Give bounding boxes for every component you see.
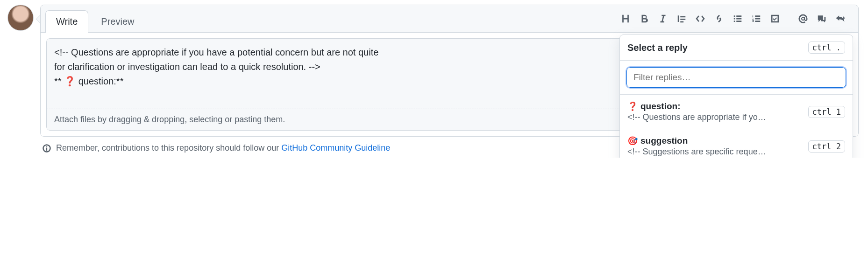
code-icon	[695, 14, 705, 24]
reply-icon	[835, 14, 846, 24]
question-mark-icon: ❓	[627, 101, 638, 111]
mention-button[interactable]	[795, 10, 811, 27]
link-icon	[714, 14, 724, 24]
avatar[interactable]	[7, 5, 34, 31]
target-icon: 🎯	[627, 136, 638, 146]
reply-shortcut: ctrl 2	[808, 140, 845, 153]
filter-replies-input[interactable]	[626, 67, 846, 88]
link-button[interactable]	[711, 10, 727, 27]
tab-bar: Write Preview	[41, 5, 858, 33]
tab-preview[interactable]: Preview	[90, 10, 145, 33]
reply-item-question[interactable]: ❓ question: <!-- Questions are appropria…	[620, 95, 853, 129]
saved-replies-popover: Select a reply ctrl . ❓ question: <!-- Q…	[619, 35, 853, 158]
popover-shortcut: ctrl .	[808, 42, 845, 54]
task-list-button[interactable]	[767, 10, 783, 27]
saved-replies-button[interactable]	[832, 10, 849, 27]
popover-title: Select a reply	[627, 42, 688, 53]
cross-reference-icon	[817, 14, 827, 24]
italic-icon	[658, 14, 668, 24]
reference-button[interactable]	[813, 10, 830, 27]
tasklist-icon	[770, 14, 780, 24]
list-ol-icon	[751, 14, 761, 24]
unordered-list-button[interactable]	[729, 10, 746, 27]
comment-box-caret	[36, 15, 40, 23]
reply-sub: <!-- Questions are appropriate if yo…	[627, 112, 803, 122]
italic-button[interactable]	[655, 10, 671, 27]
list-ul-icon	[733, 14, 743, 24]
reply-list: ❓ question: <!-- Questions are appropria…	[620, 95, 853, 158]
reply-sub: <!-- Suggestions are specific reque…	[627, 147, 803, 157]
reply-item-suggestion[interactable]: 🎯 suggestion <!-- Suggestions are specif…	[620, 129, 853, 158]
at-icon	[798, 14, 808, 24]
heading-button[interactable]	[617, 10, 634, 27]
quote-icon	[676, 14, 687, 24]
bold-button[interactable]	[636, 10, 653, 27]
info-icon	[42, 144, 51, 153]
footer-text: Remember, contributions to this reposito…	[56, 143, 281, 153]
tab-write[interactable]: Write	[45, 10, 88, 33]
ordered-list-button[interactable]	[748, 10, 765, 27]
community-guidelines-link[interactable]: GitHub Community Guideline	[281, 143, 390, 153]
heading-icon	[620, 14, 631, 24]
formatting-toolbar	[617, 10, 854, 32]
quote-button[interactable]	[673, 10, 690, 27]
bold-icon	[639, 14, 649, 24]
code-button[interactable]	[692, 10, 709, 27]
reply-shortcut: ctrl 1	[808, 106, 845, 118]
